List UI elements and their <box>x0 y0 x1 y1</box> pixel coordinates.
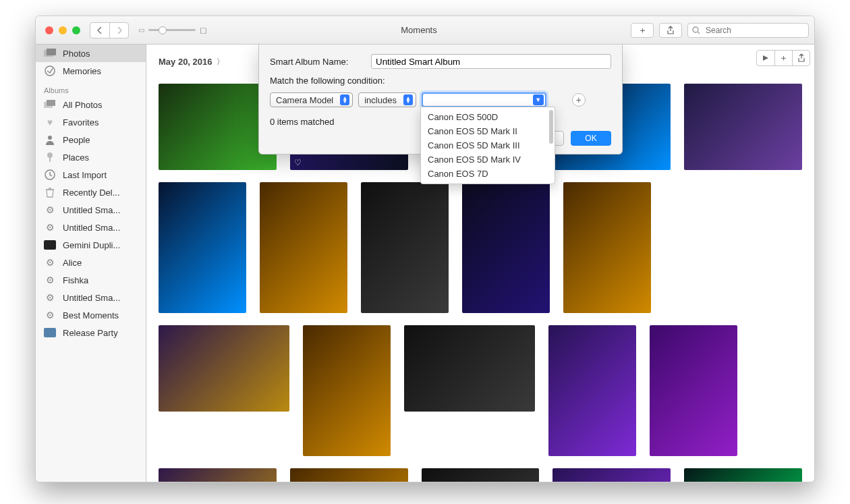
sidebar-item-alice[interactable]: ⚙ Alice <box>36 254 146 271</box>
photo-thumb[interactable] <box>684 84 802 170</box>
gear-icon: ⚙ <box>42 204 57 216</box>
memories-icon <box>42 65 57 77</box>
sidebar-item-gemini[interactable]: Gemini Dupli... <box>36 236 146 254</box>
dropdown-option[interactable]: Canon EOS 5D Mark III <box>421 138 555 152</box>
value-dropdown: Canon EOS 500D Canon EOS 5D Mark II Cano… <box>420 107 555 184</box>
field-select[interactable]: Camera Model ▲▼ <box>270 92 353 107</box>
photo-thumb[interactable] <box>290 468 408 482</box>
clock-icon <box>42 169 57 181</box>
svg-point-7 <box>47 152 53 158</box>
ok-button[interactable]: OK <box>571 131 611 146</box>
photo-thumb[interactable] <box>563 182 651 313</box>
search-field[interactable] <box>687 23 809 38</box>
nav-back-forward <box>90 22 129 38</box>
dropdown-option[interactable]: Canon EOS 5D Mark II <box>421 124 555 138</box>
zoom-window-button[interactable] <box>72 26 80 34</box>
photo-thumb[interactable] <box>422 468 540 482</box>
chevron-right-icon: 〉 <box>217 57 224 67</box>
condition-label: Match the following condition: <box>270 76 611 86</box>
person-icon <box>42 134 57 146</box>
svg-rect-2 <box>47 49 56 55</box>
photo-thumb[interactable] <box>650 325 737 456</box>
photo-thumb[interactable] <box>548 325 636 456</box>
album-thumb-icon <box>42 327 57 339</box>
search-icon <box>692 26 700 34</box>
album-name-input[interactable] <box>371 54 611 69</box>
stack-icon <box>42 99 57 111</box>
albums-section-label: Albums <box>36 80 146 96</box>
favorite-icon: ♡ <box>294 158 302 167</box>
sidebar-item-recently-deleted[interactable]: Recently Del... <box>36 184 146 201</box>
photo-thumb[interactable] <box>159 325 289 412</box>
scrollbar-thumb[interactable] <box>549 110 553 144</box>
share-icon <box>667 26 675 35</box>
sidebar-item-smart-album-3[interactable]: ⚙ Untitled Sma... <box>36 289 146 306</box>
value-combobox[interactable]: ▼ <box>422 92 546 107</box>
svg-rect-5 <box>47 100 55 106</box>
zoom-thumb-small-icon: ▭ <box>138 26 144 34</box>
photo-thumb[interactable] <box>159 468 277 482</box>
nav-forward-button[interactable] <box>109 23 128 38</box>
svg-point-6 <box>48 136 52 140</box>
album-name-label: Smart Album Name: <box>270 57 364 67</box>
value-input[interactable] <box>427 94 533 105</box>
share-toolbar-button[interactable] <box>659 23 682 38</box>
photo-thumb[interactable] <box>552 468 671 482</box>
gear-icon: ⚙ <box>42 274 57 286</box>
svg-point-0 <box>693 27 698 32</box>
photo-thumb[interactable] <box>361 182 449 313</box>
dropdown-option[interactable]: Canon EOS 7D <box>421 167 555 181</box>
sidebar-item-label: Memories <box>63 66 101 76</box>
stepper-icon: ▲▼ <box>403 94 413 105</box>
minimize-window-button[interactable] <box>59 26 67 34</box>
sidebar-item-release-party[interactable]: Release Party <box>36 324 146 341</box>
sidebar-item-photos[interactable]: Photos <box>36 45 146 62</box>
sidebar-item-memories[interactable]: Memories <box>36 62 146 80</box>
zoom-control: ▭ ◻ <box>138 25 207 35</box>
photo-thumb[interactable] <box>260 182 347 313</box>
stepper-icon: ▲▼ <box>340 94 349 105</box>
photo-thumb[interactable] <box>684 468 802 482</box>
album-thumb-icon <box>42 239 57 251</box>
pin-icon <box>42 151 57 163</box>
sidebar-item-last-import[interactable]: Last Import <box>36 166 146 184</box>
dropdown-option[interactable]: Canon EOS 5D Mark IV <box>421 152 555 167</box>
sidebar-item-places[interactable]: Places <box>36 148 146 166</box>
sidebar-item-favorites[interactable]: ♥ Favorites <box>36 113 146 131</box>
photo-thumb[interactable] <box>159 182 246 313</box>
app-window: ▭ ◻ Moments ＋ Photos <box>35 16 815 482</box>
nav-back-button[interactable] <box>90 23 109 38</box>
photos-icon <box>42 47 57 59</box>
sidebar-item-label: Photos <box>63 49 90 59</box>
zoom-slider[interactable] <box>148 29 196 31</box>
gear-icon: ⚙ <box>42 291 57 304</box>
svg-point-3 <box>45 66 55 76</box>
add-button[interactable]: ＋ <box>631 23 654 38</box>
sidebar: Photos Memories Albums All Photos ♥ Favo… <box>36 45 146 482</box>
svg-rect-8 <box>49 157 51 162</box>
sidebar-item-people[interactable]: People <box>36 131 146 148</box>
sidebar-item-best-moments[interactable]: ⚙ Best Moments <box>36 306 146 324</box>
close-window-button[interactable] <box>45 26 53 34</box>
add-condition-button[interactable]: + <box>572 93 586 107</box>
gear-icon: ⚙ <box>42 256 57 269</box>
window-controls <box>41 26 80 34</box>
dropdown-option[interactable]: Canon EOS 500D <box>421 110 555 124</box>
photo-thumb[interactable] <box>303 325 391 456</box>
heart-icon: ♥ <box>42 116 57 128</box>
search-input[interactable] <box>704 25 804 36</box>
chevron-down-icon[interactable]: ▼ <box>533 94 544 105</box>
sidebar-item-fishka[interactable]: ⚙ Fishka <box>36 271 146 289</box>
operator-select[interactable]: includes ▲▼ <box>358 92 416 107</box>
photo-thumb[interactable] <box>462 182 550 313</box>
gear-icon: ⚙ <box>42 309 57 321</box>
plus-icon: ＋ <box>638 24 647 36</box>
toolbar: ▭ ◻ Moments ＋ <box>36 16 814 45</box>
gear-icon: ⚙ <box>42 221 57 233</box>
sidebar-item-smart-album-2[interactable]: ⚙ Untitled Sma... <box>36 219 146 236</box>
photo-thumb[interactable] <box>404 325 535 412</box>
window-title: Moments <box>217 25 621 35</box>
trash-icon <box>42 186 57 198</box>
sidebar-item-smart-album-1[interactable]: ⚙ Untitled Sma... <box>36 201 146 219</box>
sidebar-item-all-photos[interactable]: All Photos <box>36 96 146 113</box>
